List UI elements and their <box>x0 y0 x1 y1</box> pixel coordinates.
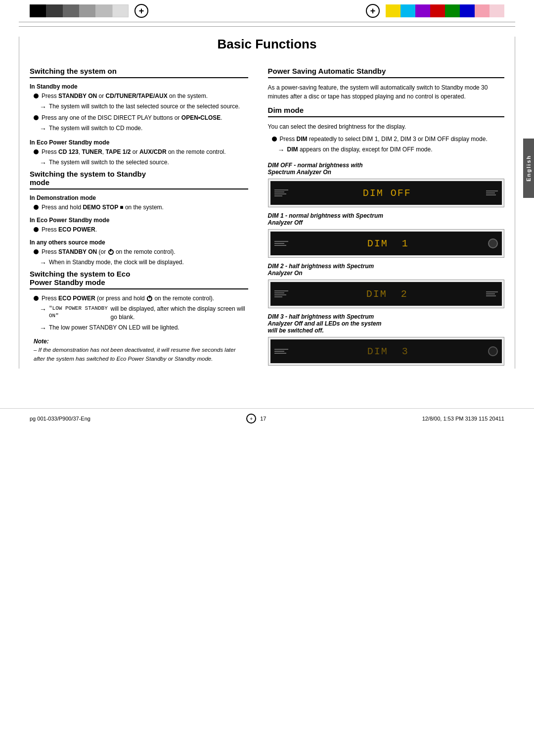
dim1-label: DIM 1 - normal brightness with SpectrumA… <box>268 212 504 226</box>
page-title: Basic Functions <box>30 37 504 52</box>
arrow-low-power-text2: will be displayed, after which the displ… <box>111 305 248 322</box>
dim2-label: DIM 2 - half brightness with SpectrumAna… <box>268 263 504 277</box>
bar1 <box>274 290 288 291</box>
arrow-symbol: → <box>40 305 46 315</box>
bullet-press-dim-text: Press DIM repeatedly to select DIM 1, DI… <box>280 135 488 143</box>
arrow-low-power-text: "LOW POWER STANDBY ON" <box>49 305 111 320</box>
bar-light-pink <box>490 4 504 17</box>
bar-purple <box>415 4 430 17</box>
dim-right-knob <box>486 190 498 195</box>
section-switching-on-heading: Switching the system on <box>30 67 248 78</box>
bar7 <box>486 295 496 296</box>
right-column: Power Saving Automatic Standby As a powe… <box>268 67 504 369</box>
page-content: Basic Functions Switching the system on … <box>0 37 534 388</box>
bullet-dot <box>34 227 39 232</box>
dim2-text: DIM 2 <box>366 288 408 300</box>
dim-left-panel <box>274 189 288 196</box>
dim-mode-intro: You can select the desired brightness fo… <box>268 122 504 131</box>
side-tab-label: English <box>526 155 532 182</box>
dim1-center: DIM 1 <box>288 238 488 249</box>
bullet-standby-on-remote: Press STANDBY ON (or on the remote contr… <box>34 248 248 256</box>
dim2-inner: DIM 2 <box>270 282 502 306</box>
bullet-cd123: Press CD 123, TUNER, TAPE 1/2 or AUX/CDR… <box>34 148 248 156</box>
bar7 <box>486 194 496 195</box>
power-icon <box>108 249 114 255</box>
bar-cyan <box>400 4 415 17</box>
bullet-eco-power-text: Press ECO POWER. <box>42 226 97 234</box>
knob <box>488 346 498 356</box>
dim1-inner: DIM 1 <box>270 232 502 255</box>
bullet-eco-power-hold-text: Press ECO POWER (or press and hold on th… <box>42 294 214 303</box>
bullet-standby-on: Press STANDBY ON or CD/TUNER/TAPE/AUX on… <box>34 92 248 100</box>
content-wrapper: Basic Functions Switching the system on … <box>30 37 504 369</box>
dim1-text: DIM 1 <box>367 238 409 249</box>
bar1 <box>274 349 288 350</box>
right-color-bars <box>386 4 504 17</box>
section-to-eco-standby-heading: Switching the system to EcoPower Standby… <box>30 270 248 289</box>
section-to-eco-standby: Switching the system to EcoPower Standby… <box>30 270 248 363</box>
bar-very-light <box>112 4 129 17</box>
bar4 <box>274 195 282 196</box>
arrow-last-source-text: The system will switch to the last selec… <box>49 102 240 111</box>
crosshair-left <box>134 4 148 18</box>
sub-heading-eco-standby: In Eco Power Standby mode <box>30 139 248 146</box>
bar2 <box>274 243 284 244</box>
dim3-label: DIM 3 - half brightness with SpectrumAna… <box>268 313 504 334</box>
bar5 <box>486 190 498 191</box>
dim1-left-panel <box>274 241 288 246</box>
sub-heading-in-eco-standby: In Eco Power Standby mode <box>30 217 248 224</box>
power-icon <box>147 296 152 301</box>
bar3 <box>274 294 286 295</box>
bar-blue <box>460 4 475 17</box>
dim-off-text: DIM OFF <box>363 188 411 199</box>
bullet-press-dim: Press DIM repeatedly to select DIM 1, DI… <box>272 135 504 143</box>
bar4 <box>274 296 282 297</box>
bar-yellow <box>386 4 400 17</box>
right-margin-rule <box>515 37 515 369</box>
arrow-last-source: → The system will switch to the last sel… <box>40 102 248 112</box>
bar1 <box>274 189 288 190</box>
bar-green <box>445 4 460 17</box>
dim-off-center: DIM OFF <box>288 188 486 199</box>
left-column: Switching the system on In Standby mode … <box>30 67 248 369</box>
dim3-section: DIM 3 - half brightness with SpectrumAna… <box>268 313 504 366</box>
sub-heading-standby-mode: In Standby mode <box>30 83 248 90</box>
arrow-cd-mode-text: The system will switch to CD mode. <box>49 124 142 133</box>
section-dim-mode: Dim mode You can select the desired brig… <box>268 106 504 366</box>
bullet-dot <box>34 149 39 154</box>
section-power-saving-heading: Power Saving Automatic Standby <box>268 67 504 78</box>
dim2-left-panel <box>274 290 288 297</box>
bar6 <box>486 293 495 294</box>
sub-heading-demo-mode: In Demonstration mode <box>30 194 248 201</box>
bullet-disc-direct: Press any one of the DISC DIRECT PLAY bu… <box>34 114 248 122</box>
bar3 <box>274 245 286 246</box>
bullet-eco-power-hold: Press ECO POWER (or press and hold on th… <box>34 294 248 303</box>
bar-gray <box>63 4 79 17</box>
dim3-center: DIM 3 <box>288 346 488 357</box>
section-switching-on: Switching the system on In Standby mode … <box>30 67 248 168</box>
bullet-demo-stop-text: Press and hold DEMO STOP ■ on the system… <box>42 203 164 212</box>
note-text-content: – If the demonstration has not been deac… <box>34 347 235 361</box>
footer-center-group: + 17 <box>246 414 266 424</box>
left-color-bars <box>30 4 129 17</box>
bullet-dot <box>34 115 39 120</box>
bar-red <box>430 4 445 17</box>
bar2 <box>274 191 284 192</box>
footer-right: 12/8/00, 1:53 PM 3139 115 20411 <box>422 416 504 422</box>
header <box>0 0 534 27</box>
note-section: Note: – If the demonstration has not bee… <box>34 337 248 363</box>
arrow-symbol: → <box>40 102 46 112</box>
bar-pink <box>475 4 490 17</box>
note-label: Note: <box>34 338 49 345</box>
section-to-standby-heading: Switching the system to Standbymode <box>30 170 248 189</box>
dim-off-inner: DIM OFF <box>270 181 502 205</box>
page-footer: pg 001-033/P900/37-Eng + 17 12/8/00, 1:5… <box>0 408 534 428</box>
bar5 <box>486 291 498 292</box>
dim2-section: DIM 2 - half brightness with SpectrumAna… <box>268 263 504 308</box>
crosshair-right <box>366 4 380 18</box>
dim3-display: DIM 3 <box>268 337 504 366</box>
bullet-dot <box>272 137 277 142</box>
arrow-dim-text: DIM appears on the display, except for D… <box>287 145 433 154</box>
bar2 <box>274 292 284 293</box>
footer-crosshair: + <box>246 414 256 424</box>
